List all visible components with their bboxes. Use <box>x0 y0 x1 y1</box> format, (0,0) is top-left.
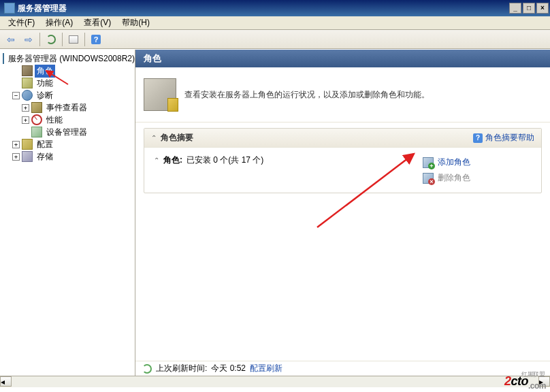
menu-view[interactable]: 查看(V) <box>78 16 116 30</box>
tree-item-storage[interactable]: + 存储 <box>1 150 133 163</box>
main-area: 服务器管理器 (WINDOWS2008R2) 角色 功能 − 诊断 + 事件查看… <box>0 49 550 376</box>
menubar: 文件(F) 操作(A) 查看(V) 帮助(H) <box>0 16 550 30</box>
tree-toggle-icon <box>12 67 20 75</box>
summary-title: 角色摘要 <box>161 132 473 144</box>
help-icon: ? <box>91 35 101 44</box>
content-panel: 角色 查看安装在服务器上角色的运行状况，以及添加或删除角色和功能。 ⌃ 角色摘要… <box>135 50 550 376</box>
config-refresh-link[interactable]: 配置刷新 <box>250 363 282 374</box>
window-controls: _ □ × <box>509 3 549 14</box>
summary-body: ⌃ 角色: 已安装 0 个(共 17 个) 添加角色 删除角色 <box>144 148 541 193</box>
tree-root[interactable]: 服务器管理器 (WINDOWS2008R2) <box>1 52 133 65</box>
tree-event-label: 事件查看器 <box>44 101 89 114</box>
tree-perf-label: 性能 <box>44 114 65 127</box>
caret-icon[interactable]: ⌃ <box>154 157 159 164</box>
summary-header: ⌃ 角色摘要 ? 角色摘要帮助 <box>144 129 541 148</box>
tree-toggle-icon <box>12 80 20 87</box>
add-roles-label: 添加角色 <box>438 157 470 168</box>
menu-help[interactable]: 帮助(H) <box>116 16 155 30</box>
tree-item-roles[interactable]: 角色 <box>1 65 133 77</box>
refresh-time: 今天 0:52 <box>211 363 246 374</box>
menu-action[interactable]: 操作(A) <box>40 16 78 30</box>
roles-label: 角色: <box>163 154 182 166</box>
config-icon <box>22 139 33 150</box>
tree-storage-label: 存储 <box>35 150 55 163</box>
tool-help-button[interactable]: ? <box>88 32 104 47</box>
arrow-left-icon: ⇦ <box>7 34 15 45</box>
watermark-com: .com <box>528 381 546 391</box>
content-header: 角色 <box>135 50 550 67</box>
refresh-icon <box>46 35 56 44</box>
tool-refresh-button[interactable] <box>43 32 59 47</box>
remove-roles-label: 删除角色 <box>438 172 470 184</box>
roles-count-row: ⌃ 角色: 已安装 0 个(共 17 个) <box>154 154 423 166</box>
tree-roles-label: 角色 <box>35 65 55 78</box>
refresh-prefix: 上次刷新时间: <box>156 363 207 374</box>
window-title: 服务器管理器 <box>18 3 509 14</box>
summary-help-link[interactable]: 角色摘要帮助 <box>485 132 534 144</box>
menu-file[interactable]: 文件(F) <box>3 16 40 30</box>
summary-left: ⌃ 角色: 已安装 0 个(共 17 个) <box>154 154 423 186</box>
statusbar: 上次刷新时间: 今天 0:52 配置刷新 <box>135 361 550 376</box>
maximize-button[interactable]: □ <box>523 3 535 14</box>
minimize-button[interactable]: _ <box>509 3 521 14</box>
separator <box>84 33 85 46</box>
tree-item-config[interactable]: + 配置 <box>1 138 133 150</box>
tree-item-diagnostics[interactable]: − 诊断 <box>1 89 133 101</box>
features-icon <box>22 78 33 88</box>
roles-icon <box>22 65 33 76</box>
toolbar: ⇦ ⇨ ? <box>0 30 550 49</box>
watermark-cn: 红黑联盟 <box>521 370 545 379</box>
performance-icon <box>31 114 42 125</box>
properties-icon <box>69 35 78 44</box>
tree-item-features[interactable]: 功能 <box>1 77 133 89</box>
horizontal-scrollbar[interactable]: ◂ ▸ <box>0 376 550 387</box>
tree-item-event-viewer[interactable]: + 事件查看器 <box>1 101 133 114</box>
tree-expand-icon[interactable]: + <box>12 153 20 161</box>
diagnostics-icon <box>22 90 33 101</box>
tree-panel: 服务器管理器 (WINDOWS2008R2) 角色 功能 − 诊断 + 事件查看… <box>0 50 135 376</box>
scroll-track[interactable] <box>12 376 538 387</box>
remove-roles-link[interactable]: 删除角色 <box>423 170 532 186</box>
content-spacer <box>135 199 550 361</box>
nav-forward-button[interactable]: ⇨ <box>20 32 37 47</box>
refresh-icon <box>142 364 152 374</box>
scroll-left-button[interactable]: ◂ <box>0 376 12 387</box>
close-button[interactable]: × <box>536 3 549 14</box>
tree-toggle-icon <box>22 129 29 136</box>
watermark: 红黑联盟 2cto.com <box>504 374 546 391</box>
storage-icon <box>22 151 33 162</box>
tree-item-performance[interactable]: + 性能 <box>1 114 133 126</box>
separator <box>39 33 40 46</box>
tree-expand-icon[interactable]: + <box>12 141 20 148</box>
event-viewer-icon <box>31 102 42 113</box>
description-band: 查看安装在服务器上角色的运行状况，以及添加或删除角色和功能。 <box>135 67 550 122</box>
add-roles-link[interactable]: 添加角色 <box>423 154 532 170</box>
description-text: 查看安装在服务器上角色的运行状况，以及添加或删除角色和功能。 <box>184 89 430 101</box>
tree-expand-icon[interactable]: + <box>22 116 29 124</box>
tree-root-label: 服务器管理器 (WINDOWS2008R2) <box>6 52 135 65</box>
titlebar: 服务器管理器 _ □ × <box>0 0 550 16</box>
tree-collapse-icon[interactable]: − <box>12 92 20 99</box>
remove-roles-icon <box>423 173 434 184</box>
arrow-right-icon: ⇨ <box>25 34 33 45</box>
tree: 服务器管理器 (WINDOWS2008R2) 角色 功能 − 诊断 + 事件查看… <box>0 50 135 165</box>
separator <box>62 33 63 46</box>
help-icon: ? <box>473 133 483 143</box>
nav-back-button[interactable]: ⇦ <box>3 32 19 47</box>
tree-item-device-manager[interactable]: 设备管理器 <box>1 126 133 138</box>
app-icon <box>4 3 15 14</box>
add-roles-icon <box>423 157 434 168</box>
roles-large-icon <box>144 78 176 111</box>
collapse-caret-icon[interactable]: ⌃ <box>151 134 157 142</box>
device-manager-icon <box>31 127 42 137</box>
role-summary-section: ⌃ 角色摘要 ? 角色摘要帮助 ⌃ 角色: 已安装 0 个(共 17 个) 添加… <box>144 128 542 193</box>
tool-properties-button[interactable] <box>65 32 82 47</box>
server-icon <box>3 53 4 64</box>
summary-actions: 添加角色 删除角色 <box>423 154 532 186</box>
tree-diag-label: 诊断 <box>35 89 55 102</box>
tree-config-label: 配置 <box>35 138 55 151</box>
tree-features-label: 功能 <box>35 77 55 90</box>
roles-status: 已安装 0 个(共 17 个) <box>187 154 263 166</box>
tree-expand-icon[interactable]: + <box>22 104 29 112</box>
tree-device-label: 设备管理器 <box>44 126 89 139</box>
